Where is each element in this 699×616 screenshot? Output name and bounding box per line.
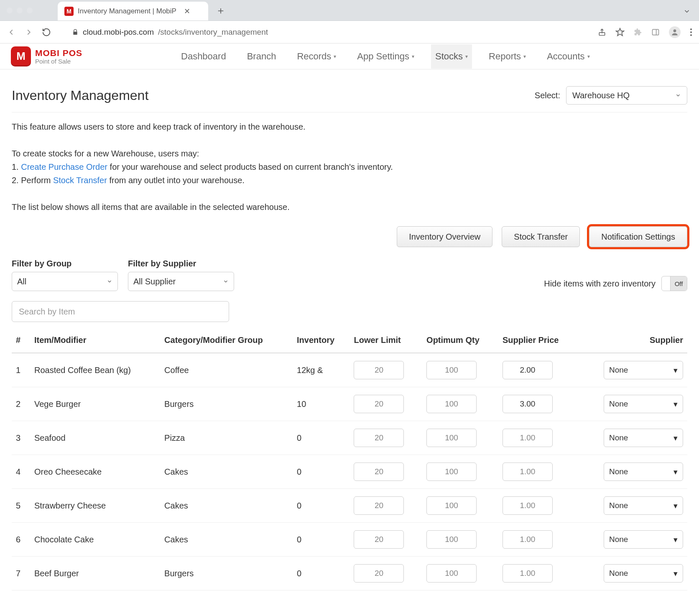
forward-button[interactable] [24, 28, 36, 37]
traffic-light-min[interactable] [17, 8, 23, 13]
supplier-price-input[interactable] [503, 463, 553, 481]
warehouse-select-label: Select: [535, 91, 560, 100]
cell-inventory: 12kg & [293, 353, 350, 387]
hide-zero-label: Hide items with zero inventory [544, 279, 656, 289]
table-row: 5Strawberry CheeseCakes0None▾ [12, 489, 687, 523]
optimum-qty-input[interactable] [426, 530, 477, 549]
cell-item: Vege Burger [30, 387, 160, 421]
optimum-qty-input[interactable] [426, 564, 477, 583]
lower-limit-input[interactable] [354, 530, 404, 549]
panel-icon[interactable] [651, 28, 660, 36]
stock-transfer-link[interactable]: Stock Transfer [53, 176, 107, 185]
nav-accounts[interactable]: Accounts▾ [543, 44, 594, 69]
supplier-price-input[interactable] [503, 496, 553, 515]
browser-toolbar: cloud.mobi-pos.com/stocks/inventory_mana… [0, 21, 699, 43]
lower-limit-input[interactable] [354, 361, 404, 379]
col-item: Item/Modifier [30, 328, 160, 353]
extensions-icon[interactable] [634, 28, 642, 36]
supplier-value: None [609, 399, 628, 409]
svg-marker-1 [616, 28, 624, 35]
nav-dashboard[interactable]: Dashboard [177, 44, 230, 69]
col-num: # [12, 328, 30, 353]
lower-limit-input[interactable] [354, 429, 404, 447]
cell-item: Beef Burger [30, 557, 160, 590]
search-input[interactable] [12, 301, 229, 322]
tab-favicon: M [64, 7, 74, 16]
cell-category: Burgers [160, 557, 293, 590]
supplier-price-input[interactable] [503, 564, 553, 583]
supplier-select[interactable]: None▾ [604, 463, 683, 481]
tabs-overflow-icon[interactable] [683, 8, 691, 15]
optimum-qty-input[interactable] [426, 463, 477, 481]
intro-line1: This feature allows users to store and k… [12, 120, 687, 133]
cell-num: 6 [12, 523, 30, 557]
supplier-select[interactable]: None▾ [604, 496, 683, 515]
logo-text: MOBI POS [35, 49, 82, 57]
svg-point-4 [673, 29, 676, 32]
new-tab-button[interactable]: ＋ [216, 4, 226, 20]
warehouse-select[interactable]: Warehouse HQ [566, 86, 687, 105]
back-button[interactable] [7, 28, 18, 37]
url-path: /stocks/inventory_management [158, 28, 268, 37]
hide-zero-toggle[interactable]: Off [661, 276, 687, 291]
supplier-value: None [609, 501, 628, 510]
lower-limit-input[interactable] [354, 463, 404, 481]
menu-kebab-icon[interactable] [690, 28, 692, 36]
bookmark-star-icon[interactable] [615, 28, 625, 37]
filter-group-select[interactable]: All [12, 272, 118, 291]
browser-tab[interactable]: M Inventory Management | MobiP ✕ [58, 2, 208, 20]
reload-button[interactable] [42, 28, 54, 37]
chevron-down-icon: ▾ [673, 366, 678, 375]
supplier-price-input[interactable] [503, 530, 553, 549]
logo-tagline: Point of Sale [35, 58, 82, 64]
supplier-value: None [609, 467, 628, 476]
main-nav: DashboardBranchRecords▾App Settings▾Stoc… [177, 44, 594, 69]
app-logo[interactable]: M MOBI POS Point of Sale [11, 46, 82, 66]
supplier-price-input[interactable] [503, 395, 553, 413]
nav-app-settings[interactable]: App Settings▾ [353, 44, 418, 69]
table-row: 3SeafoodPizza0None▾ [12, 421, 687, 455]
cell-inventory: 0 [293, 455, 350, 489]
nav-reports[interactable]: Reports▾ [485, 44, 530, 69]
caret-down-icon: ▾ [412, 54, 414, 59]
supplier-price-input[interactable] [503, 361, 553, 379]
address-bar[interactable]: cloud.mobi-pos.com/stocks/inventory_mana… [59, 28, 592, 37]
notification-settings-button[interactable]: Notification Settings [589, 226, 687, 247]
lower-limit-input[interactable] [354, 564, 404, 583]
intro-step2: 2. Perform Stock Transfer from any outle… [12, 174, 687, 187]
lower-limit-input[interactable] [354, 395, 404, 413]
tab-close-icon[interactable]: ✕ [184, 7, 190, 16]
optimum-qty-input[interactable] [426, 429, 477, 447]
nav-stocks[interactable]: Stocks▾ [431, 44, 472, 69]
supplier-select[interactable]: None▾ [604, 429, 683, 447]
inventory-overview-button[interactable]: Inventory Overview [397, 226, 492, 247]
supplier-price-input[interactable] [503, 429, 553, 447]
create-purchase-order-link[interactable]: Create Purchase Order [21, 162, 107, 171]
lower-limit-input[interactable] [354, 496, 404, 515]
nav-records[interactable]: Records▾ [293, 44, 340, 69]
app-header: M MOBI POS Point of Sale DashboardBranch… [0, 43, 699, 69]
supplier-select[interactable]: None▾ [604, 530, 683, 549]
nav-branch[interactable]: Branch [243, 44, 281, 69]
caret-down-icon: ▾ [587, 54, 590, 59]
stock-transfer-button[interactable]: Stock Transfer [502, 226, 580, 247]
supplier-select[interactable]: None▾ [604, 361, 683, 379]
optimum-qty-input[interactable] [426, 496, 477, 515]
share-icon[interactable] [598, 28, 606, 36]
filter-supplier-select[interactable]: All Supplier [128, 272, 234, 291]
cell-category: Cakes [160, 455, 293, 489]
traffic-light-close[interactable] [7, 8, 13, 13]
caret-down-icon: ▾ [334, 54, 336, 59]
table-row: 2Vege BurgerBurgers10None▾ [12, 387, 687, 421]
supplier-select[interactable]: None▾ [604, 564, 683, 583]
optimum-qty-input[interactable] [426, 395, 477, 413]
optimum-qty-input[interactable] [426, 361, 477, 379]
cell-item: Roasted Coffee Bean (kg) [30, 353, 160, 387]
cell-inventory: 0 [293, 489, 350, 523]
chevron-down-icon: ▾ [673, 467, 678, 477]
supplier-select[interactable]: None▾ [604, 395, 683, 413]
caret-down-icon: ▾ [465, 54, 468, 59]
profile-avatar[interactable] [669, 26, 681, 38]
traffic-light-max[interactable] [27, 8, 33, 13]
browser-tab-strip: M Inventory Management | MobiP ✕ ＋ [0, 0, 699, 21]
